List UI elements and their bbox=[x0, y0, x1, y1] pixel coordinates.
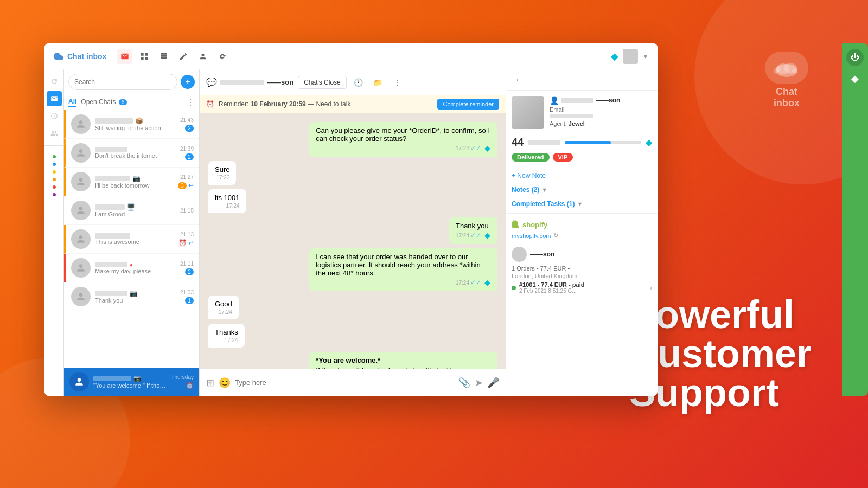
completed-tasks-row[interactable]: Completed Tasks (1) ▼ bbox=[506, 197, 658, 211]
chat-item-preview: Make my day, please bbox=[95, 268, 176, 274]
reminder-date: 10 February 20:59 bbox=[251, 100, 306, 108]
power-button[interactable]: ⏻ bbox=[846, 49, 864, 66]
points-progress-bar bbox=[565, 141, 641, 144]
tab-all[interactable]: All bbox=[68, 97, 76, 107]
divider-2 bbox=[506, 213, 658, 214]
diamond-icon: ◆ bbox=[611, 50, 618, 62]
time-label: 21:15 bbox=[180, 208, 194, 214]
customer-name: ——son bbox=[530, 251, 554, 258]
delivered-tag[interactable]: Delivered bbox=[512, 153, 550, 162]
chat-item-name: 📷 bbox=[95, 175, 174, 182]
avatar bbox=[71, 201, 91, 220]
chat-close-button[interactable]: Chat's Close bbox=[298, 76, 347, 89]
tab-open-chats-label: Open Chats bbox=[81, 98, 116, 106]
list-item[interactable]: 📷 Thank you 21:03 1 bbox=[64, 282, 199, 311]
add-chat-button[interactable]: + bbox=[181, 75, 195, 89]
active-chat-item[interactable]: 📷 "You are welcome." If there's an... Th… bbox=[64, 368, 199, 396]
chat-input[interactable] bbox=[235, 378, 454, 387]
list-item[interactable]: 📷 I'll be back tomorrow 21:27 3 ↩ bbox=[64, 168, 199, 196]
notes-row[interactable]: Notes (2) ▼ bbox=[506, 183, 658, 197]
chat-main: 💬 ——son Chat's Close 🕐 📁 ⋮ ⏰ Reminder: 1… bbox=[200, 69, 506, 396]
reminder-message: Need to talk bbox=[316, 100, 350, 108]
expand-icon[interactable]: ⊞ bbox=[206, 377, 214, 389]
message-text: its 1001 bbox=[215, 194, 240, 202]
message-bubble: Good 17:24 bbox=[208, 296, 239, 319]
reminder-text: Reminder: 10 February 20:59 — Need to ta… bbox=[219, 100, 433, 108]
chat-item-preview: Thank you bbox=[95, 297, 176, 304]
grid-icon-btn[interactable] bbox=[137, 49, 152, 64]
chat-logo-decoration: Chatinbox bbox=[765, 52, 808, 109]
emoji-icon[interactable]: 😊 bbox=[219, 377, 231, 389]
points-progress-fill bbox=[565, 141, 610, 144]
clock-icon-btn[interactable]: 🕐 bbox=[351, 75, 366, 90]
message-time: 17:23 bbox=[215, 175, 229, 181]
far-right-panel: ⏻ ◆ bbox=[842, 43, 868, 396]
chat-input-bar: ⊞ 😊 📎 ➤ 🎤 bbox=[200, 369, 506, 396]
shopify-domain[interactable]: myshopify.com ↻ bbox=[512, 232, 652, 239]
sidebar-icon-group[interactable] bbox=[47, 126, 62, 141]
complete-reminder-button[interactable]: Complete reminder bbox=[437, 99, 499, 110]
user-avatar-small[interactable] bbox=[623, 49, 638, 64]
list-item[interactable]: ● Make my day, please 21:11 2 bbox=[64, 254, 199, 282]
reminder-icon: ⏰ bbox=[206, 100, 214, 108]
more-options-btn[interactable]: ⋮ bbox=[390, 75, 405, 90]
svg-point-4 bbox=[776, 66, 781, 72]
new-note-row[interactable]: + New Note bbox=[506, 169, 658, 183]
contact-id-row bbox=[550, 114, 652, 118]
chat-main-header: 💬 ——son Chat's Close 🕐 📁 ⋮ bbox=[200, 69, 506, 95]
list-item[interactable]: This is awesome 21:13 ⏰ ↩ bbox=[64, 225, 199, 254]
table-icon-btn[interactable] bbox=[156, 49, 171, 64]
voice-icon[interactable]: 🎤 bbox=[487, 377, 499, 389]
folder-icon-btn[interactable]: 📁 bbox=[371, 75, 386, 90]
message-bubble: Sure 17:23 bbox=[208, 161, 236, 185]
inbox-icon-btn[interactable] bbox=[117, 49, 132, 64]
vip-tag[interactable]: VIP bbox=[553, 153, 573, 162]
message-icon: 💬 bbox=[206, 77, 217, 87]
chat-item-name: ● bbox=[95, 262, 176, 268]
message-time: 17:24 bbox=[215, 309, 232, 315]
chat-item-preview: I'll be back tomorrow bbox=[95, 182, 174, 189]
settings-icon-btn[interactable] bbox=[215, 49, 230, 64]
list-item[interactable]: 📦 Still waiting for the action 21:43 2 bbox=[64, 110, 199, 139]
chat-item-info: 📷 I'll be back tomorrow bbox=[95, 175, 174, 189]
message-text: Thank you bbox=[456, 222, 490, 230]
attachment-icon[interactable]: 📎 bbox=[458, 377, 470, 389]
person-icon-btn[interactable] bbox=[195, 49, 210, 64]
chat-item-info: 📷 "You are welcome." If there's an... bbox=[93, 375, 167, 389]
order-status-dot bbox=[512, 286, 516, 290]
message-bubble: its 1001 17:24 bbox=[208, 189, 246, 213]
chevron-down-icon[interactable]: ▼ bbox=[642, 53, 649, 60]
list-item[interactable]: Don't break the internet 21:39 2 bbox=[64, 139, 199, 168]
chat-item-info: ● Make my day, please bbox=[95, 262, 176, 274]
chat-item-time: 21:27 3 ↩ bbox=[178, 174, 194, 189]
message-bubble: Can you please give me your *OrderID*, t… bbox=[309, 122, 497, 157]
list-item[interactable]: 🖥️ I am Grood 21:15 bbox=[64, 196, 199, 225]
customer-avatar bbox=[512, 247, 527, 262]
chat-item-name bbox=[95, 233, 174, 239]
order-item[interactable]: #1001 - 77.4 EUR - paid 2 Feb 2021 8:51:… bbox=[506, 279, 658, 296]
sidebar-icon-clock[interactable] bbox=[47, 108, 62, 124]
tab-open-chats[interactable]: Open Chats 6 bbox=[81, 97, 127, 107]
time-label: 21:27 bbox=[180, 174, 194, 180]
status-dot-blue bbox=[53, 163, 56, 166]
send-icon[interactable]: ➤ bbox=[475, 377, 483, 389]
chat-tabs: All Open Chats 6 ⋮ bbox=[64, 94, 199, 110]
message-bubble: Completed Tasks (1) Thank you 17:24 ✓✓ ◆ bbox=[449, 217, 497, 244]
contact-name-row: 👤 ——son bbox=[550, 96, 652, 105]
agent-name: Jewel bbox=[569, 120, 585, 127]
message-bubble: Thanks 17:24 bbox=[208, 324, 245, 348]
message-text: *You are welcome.* bbox=[316, 356, 490, 364]
sidebar-icon-refresh[interactable] bbox=[47, 74, 62, 89]
message-time: 17:24 ✓✓ ◆ bbox=[456, 231, 490, 240]
refresh-icon[interactable]: ↻ bbox=[553, 232, 558, 239]
app-logo: Chat inbox bbox=[53, 51, 106, 62]
chat-tab-more[interactable]: ⋮ bbox=[186, 97, 195, 107]
chat-item-info: Don't break the internet bbox=[95, 147, 176, 159]
sidebar-icon-inbox[interactable] bbox=[47, 91, 62, 106]
search-input[interactable] bbox=[68, 74, 177, 90]
new-note-label: + New Note bbox=[512, 172, 546, 179]
reminder-bar: ⏰ Reminder: 10 February 20:59 — Need to … bbox=[200, 95, 506, 113]
open-chats-badge: 6 bbox=[119, 99, 127, 105]
edit-icon-btn[interactable] bbox=[176, 49, 191, 64]
chat-contact-name: ——son bbox=[267, 78, 293, 86]
